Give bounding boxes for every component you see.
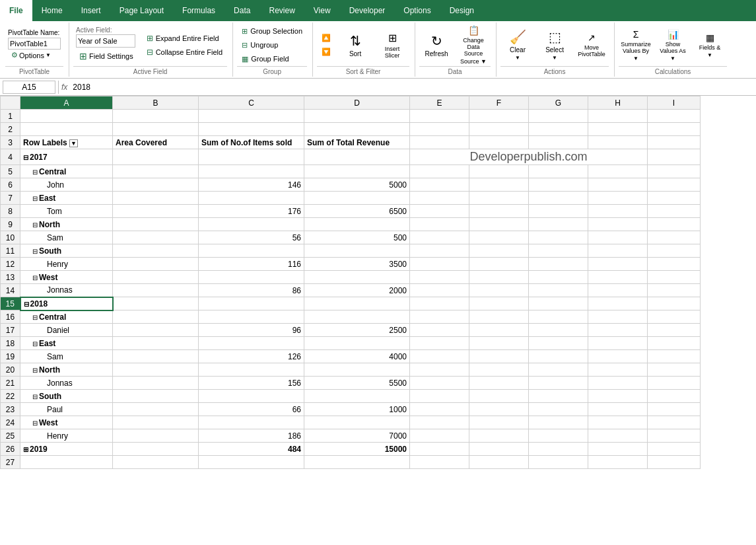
table-cell[interactable] <box>113 205 199 218</box>
col-header-b[interactable]: B <box>113 96 199 110</box>
tab-options[interactable]: Options <box>394 0 440 21</box>
table-cell[interactable] <box>588 377 648 390</box>
table-cell[interactable] <box>648 136 701 149</box>
row-header[interactable]: 5 <box>1 165 20 178</box>
tab-review[interactable]: Review <box>259 0 304 21</box>
table-cell[interactable]: Daniel <box>20 324 113 337</box>
table-cell[interactable] <box>648 149 701 165</box>
table-cell[interactable]: 96 <box>199 324 304 337</box>
table-cell[interactable] <box>113 165 199 178</box>
table-cell[interactable]: 4000 <box>304 350 410 363</box>
table-cell[interactable] <box>410 192 469 205</box>
table-cell[interactable] <box>529 123 588 136</box>
table-cell[interactable] <box>529 205 588 218</box>
col-header-a[interactable]: A <box>20 96 113 110</box>
table-cell[interactable] <box>469 350 529 363</box>
table-cell[interactable] <box>469 136 529 149</box>
row-header[interactable]: 15 <box>1 297 20 310</box>
table-cell[interactable] <box>529 377 588 390</box>
table-cell[interactable] <box>304 149 410 165</box>
collapse-region-icon[interactable]: ⊟ <box>32 195 38 202</box>
table-cell[interactable]: 116 <box>199 258 304 271</box>
table-cell[interactable] <box>529 136 588 149</box>
table-cell[interactable]: Developerpublish.com <box>410 149 648 165</box>
tab-formulas[interactable]: Formulas <box>173 0 224 21</box>
table-cell[interactable]: Area Covered <box>113 136 199 149</box>
table-cell[interactable] <box>529 350 588 363</box>
table-cell[interactable] <box>469 205 529 218</box>
collapse-region-icon[interactable]: ⊟ <box>32 393 38 400</box>
table-cell[interactable]: 6500 <box>304 205 410 218</box>
col-header-e[interactable]: E <box>410 96 469 110</box>
row-header[interactable]: 22 <box>1 390 20 403</box>
table-cell[interactable] <box>410 297 469 310</box>
table-cell[interactable] <box>410 324 469 337</box>
table-cell[interactable] <box>588 297 648 310</box>
table-cell[interactable] <box>469 165 529 178</box>
table-cell[interactable] <box>529 416 588 429</box>
show-values-button[interactable]: 📊 Show Values As ▼ <box>656 24 690 66</box>
table-cell[interactable] <box>588 456 648 469</box>
table-cell[interactable] <box>588 284 648 297</box>
collapse-region-icon[interactable]: ⊟ <box>32 221 38 229</box>
row-header[interactable]: 3 <box>1 136 20 149</box>
table-cell[interactable] <box>199 218 304 231</box>
table-cell[interactable] <box>469 271 529 284</box>
clear-button[interactable]: 🧹 Clear ▼ <box>500 24 535 66</box>
table-cell[interactable] <box>113 416 199 429</box>
table-cell[interactable]: ⊟North <box>20 218 113 231</box>
table-cell[interactable]: 146 <box>199 178 304 192</box>
table-cell[interactable] <box>529 165 588 178</box>
table-cell[interactable] <box>648 324 701 337</box>
table-cell[interactable] <box>529 231 588 244</box>
summarize-values-button[interactable]: Σ Summarize Values By ▼ <box>619 24 653 66</box>
table-cell[interactable]: Sam <box>20 350 113 363</box>
table-cell[interactable] <box>113 123 199 136</box>
table-cell[interactable] <box>588 271 648 284</box>
table-cell[interactable] <box>469 416 529 429</box>
table-cell[interactable] <box>648 416 701 429</box>
row-header[interactable]: 6 <box>1 178 20 192</box>
table-cell[interactable]: Henry <box>20 429 113 443</box>
table-cell[interactable] <box>588 337 648 350</box>
table-cell[interactable]: Sum of No.of Items sold <box>199 136 304 149</box>
table-cell[interactable] <box>410 205 469 218</box>
table-cell[interactable] <box>304 110 410 123</box>
table-cell[interactable] <box>199 271 304 284</box>
table-cell[interactable] <box>588 363 648 377</box>
table-cell[interactable] <box>304 218 410 231</box>
group-field-button[interactable]: ▦ Group Field <box>237 52 307 65</box>
insert-slicer-button[interactable]: ⊞ Insert Slicer <box>375 24 409 66</box>
table-cell[interactable] <box>648 205 701 218</box>
table-cell[interactable]: Jonnas <box>20 284 113 297</box>
table-cell[interactable] <box>469 231 529 244</box>
table-cell[interactable] <box>410 416 469 429</box>
formula-input[interactable] <box>73 81 753 94</box>
table-cell[interactable] <box>469 192 529 205</box>
table-cell[interactable]: ⊟Central <box>20 165 113 178</box>
table-cell[interactable] <box>20 123 113 136</box>
row-header[interactable]: 9 <box>1 218 20 231</box>
table-cell[interactable] <box>529 297 588 310</box>
table-cell[interactable]: 66 <box>199 403 304 416</box>
row-header[interactable]: 23 <box>1 403 20 416</box>
row-header[interactable]: 17 <box>1 324 20 337</box>
table-cell[interactable] <box>529 284 588 297</box>
table-cell[interactable] <box>648 350 701 363</box>
table-cell[interactable] <box>410 123 469 136</box>
col-header-i[interactable]: I <box>648 96 701 110</box>
table-cell[interactable] <box>199 363 304 377</box>
table-cell[interactable] <box>588 350 648 363</box>
table-cell[interactable] <box>113 284 199 297</box>
collapse-region-icon[interactable]: ⊟ <box>32 419 38 427</box>
table-cell[interactable] <box>304 310 410 324</box>
table-cell[interactable] <box>588 403 648 416</box>
table-cell[interactable] <box>648 297 701 310</box>
table-cell[interactable]: 2000 <box>304 284 410 297</box>
table-cell[interactable] <box>588 136 648 149</box>
table-cell[interactable] <box>648 165 701 178</box>
table-cell[interactable] <box>588 258 648 271</box>
table-cell[interactable] <box>588 244 648 258</box>
table-cell[interactable] <box>648 377 701 390</box>
table-cell[interactable] <box>588 416 648 429</box>
